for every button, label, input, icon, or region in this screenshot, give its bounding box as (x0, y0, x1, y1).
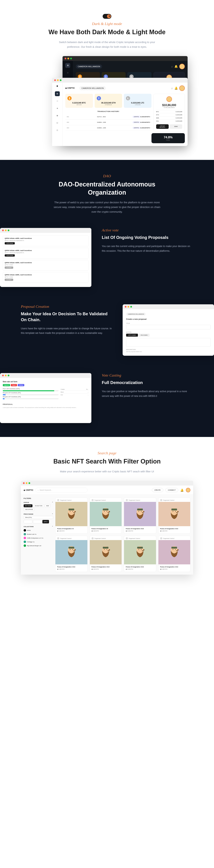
vote-item[interactable]: QIP80 initiate reBRL vault incentivesQIP… (3, 248, 89, 258)
vote-button[interactable]: VOTE NOW (5, 242, 15, 244)
dashboard-mockups: ⊞ ◇ ◈ ◉ ⊡ CAMERON WILLIAMSON ⌕ 🔔 (21, 56, 193, 146)
search-input[interactable]: ⌕ Search keyword... (35, 488, 88, 493)
svg-point-3 (72, 511, 73, 512)
apply-button[interactable]: APPLY (42, 520, 49, 523)
vote-button[interactable]: CLOSED (5, 279, 13, 281)
nft-card[interactable]: Thegameart Crashort Pulses Of Imaginatio… (124, 498, 156, 534)
vote-option[interactable]: Recycle UST incentives (3%) (3, 396, 59, 399)
feature-eyebrow: Proposal Creation (21, 304, 112, 309)
collection-item[interactable]: IRON (24, 528, 53, 532)
nft-card[interactable]: Thegameart Crashort Pulses Of Imaginatio… (158, 536, 190, 572)
svg-point-19 (177, 511, 179, 512)
offchain-tab[interactable]: OFF-CHAIN (126, 334, 138, 337)
topup-button[interactable]: TOP UP BALANCE (156, 124, 169, 129)
feature-eyebrow: Vote Casting (102, 373, 193, 378)
status-pill[interactable]: ON AUCTION (33, 504, 44, 507)
balance-label: TOTAL BALANCE (156, 107, 182, 108)
nft-name: Pulses Of Imagination #214 (57, 566, 86, 568)
proposal-row: Proposal Creation Make Your Idea Or Deci… (21, 304, 193, 356)
collection-item[interactable]: Broken Lab Co (24, 532, 53, 536)
avatar[interactable] (179, 85, 185, 91)
nft-card[interactable]: Thegameart Crashort Pulses Of Imaginatio… (55, 498, 88, 534)
nav-icon[interactable]: ◇ (55, 99, 60, 103)
vote-button[interactable]: CLOSED (5, 267, 13, 269)
section-eyebrow: Search page (21, 451, 193, 455)
nft-name: Pulses Of Imagination #214 (160, 566, 189, 568)
nft-card[interactable]: Thegameart Crashort Pulses Of Imaginatio… (124, 536, 156, 572)
bell-icon[interactable]: 🔔 (174, 87, 178, 90)
avatar[interactable] (179, 64, 185, 69)
avatar[interactable] (186, 488, 190, 492)
send-button[interactable]: SEND (170, 124, 182, 129)
vote-tag[interactable]: Activity (18, 384, 24, 386)
nav-icon[interactable]: ◎ (55, 128, 60, 133)
nav-home-icon[interactable]: ⊞ (55, 91, 60, 96)
user-chip[interactable]: CAMERON WILLIAMSON (80, 86, 106, 90)
price-max-input[interactable] (33, 520, 42, 523)
feature-eyebrow: Active vote (102, 228, 193, 232)
tx-row[interactable]: 0030x9836...1206CRYPTO0.2231345 BTC⋯ (65, 125, 151, 131)
bell-icon[interactable]: 🔔 (180, 489, 184, 492)
nft-card[interactable]: Thegameart Crashort Pulses Of Imaginatio… (55, 536, 88, 572)
user-chip[interactable]: CAMERON WILLIAMSON (76, 64, 102, 69)
section-title: Basic NFT Search With Filter Option (21, 458, 193, 466)
crypto-card-btc[interactable]: ₿0.2231345 BTCBITCOIN (65, 94, 93, 108)
nft-card[interactable]: Thegameart Crashort Pulses Of Imaginatio… (158, 498, 190, 534)
vote-item[interactable]: QIP80 initiate reBRL vault incentivesQIP… (3, 272, 89, 283)
vote-item[interactable]: QIP80 initiate reBRL vault incentivesQIP… (3, 236, 89, 246)
balance-card: $10,86,000 TOTAL BALANCE BTC0.2231345ETH… (154, 94, 185, 131)
section-eyebrow: Dark & Light mode (21, 22, 193, 26)
chevron-up-icon[interactable]: ⌃ (52, 502, 53, 503)
brand-logo[interactable]: ◆ CRIPTIC (24, 489, 33, 491)
nav-icon[interactable]: ◈ (55, 106, 60, 111)
nft-name: Pulses Of Imagination #214 (126, 566, 154, 568)
tx-row[interactable]: 0020x9836...1206CRYPTO0.2231345 BTC⋯ (65, 120, 151, 125)
action-input[interactable] (126, 338, 211, 347)
svg-point-13 (141, 511, 142, 512)
onchain-tab[interactable]: ON-CHAIN (139, 334, 150, 337)
svg-rect-6 (103, 509, 109, 510)
svg-rect-31 (137, 547, 143, 549)
vote-option[interactable]: Pool: UST incentives (92%) (3, 388, 59, 391)
vote-item[interactable]: QIP80 initiate reBRL vault incentivesQIP… (3, 260, 89, 271)
bell-icon[interactable]: 🔔 (174, 65, 178, 68)
nft-image (124, 502, 156, 526)
nft-price: ◆ 0.40 ETH (57, 530, 86, 532)
vote-tag[interactable]: Reject (11, 384, 17, 386)
nft-image (90, 502, 122, 526)
nav-home-icon[interactable]: ⊞ (65, 63, 70, 68)
currency-select[interactable]: Ether (ETH) (24, 516, 53, 519)
chevron-up-icon[interactable]: ⌃ (52, 513, 53, 515)
connect-button[interactable]: CONNECT (165, 488, 178, 492)
status-pill[interactable]: NEW (44, 504, 51, 507)
collection-item[interactable]: Griffin Enterprises LLC Co (24, 536, 53, 540)
vote-button[interactable]: VOTE NOW (5, 254, 15, 256)
crypto-card-ltc[interactable]: Ł0.2231345 LTCLITECOIN (124, 94, 151, 108)
price-min-input[interactable] (24, 520, 32, 523)
svg-point-27 (104, 549, 105, 550)
nav-icon[interactable]: ⊡ (55, 121, 60, 125)
tx-row[interactable]: 0010x2712...3021CRYPTO0.2231345 BTC⋯ (65, 114, 151, 120)
search-icon[interactable]: ⌕ (171, 87, 173, 90)
price-label: PRICE RANGE (24, 513, 33, 515)
nft-grid: Thegameart Crashort Pulses Of Imaginatio… (55, 498, 190, 572)
search-icon[interactable]: ⌕ (171, 65, 173, 68)
svg-point-29 (109, 549, 110, 551)
title-input[interactable] (126, 325, 211, 329)
status-pill[interactable]: HAS OFFERS (24, 508, 35, 511)
status-pill[interactable]: BUY NOW (24, 504, 32, 507)
proposal-form-mockup: CAMERON WILLIAMSON Create a new proposal… (123, 304, 214, 356)
nav-icon[interactable]: ◇ (65, 70, 70, 75)
vote-option[interactable]: Recycle UST incentives (5%) (3, 392, 59, 395)
chevron-up-icon[interactable]: ⌃ (52, 526, 53, 527)
create-button[interactable]: CREATE (152, 488, 163, 492)
section-eyebrow: DAO (21, 174, 193, 178)
nft-card[interactable]: Thegameart Crashort Pulses Of Imaginatio… (90, 498, 122, 534)
collection-item[interactable]: Heritage Co (24, 540, 53, 544)
nav-icon[interactable]: ◉ (55, 113, 60, 118)
crypto-card-eth[interactable]: Ξ30.2231345 ETHETHEREUM (95, 94, 122, 108)
collection-item[interactable]: Big Kahuna Burger Ltd (24, 544, 53, 548)
nft-card[interactable]: Thegameart Crashort Pulses Of Imaginatio… (90, 536, 122, 572)
nft-price: ◆ 0.40 ETH (160, 530, 189, 532)
vote-tag[interactable]: Approve (3, 384, 10, 386)
